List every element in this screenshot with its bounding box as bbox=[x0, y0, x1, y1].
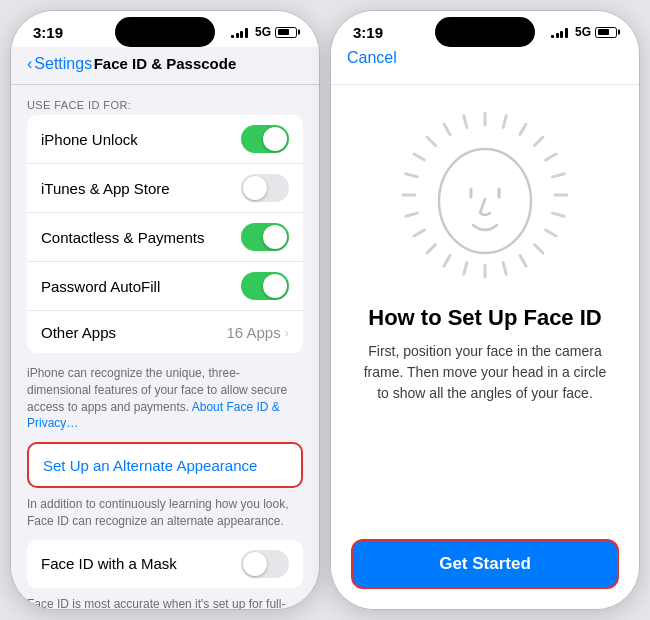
svg-line-17 bbox=[406, 213, 418, 216]
right-status-bar: 3:19 5G bbox=[331, 11, 639, 47]
signal-bar-1 bbox=[231, 35, 234, 38]
left-status-icons: 5G bbox=[231, 25, 297, 39]
alt-appearance-desc: In addition to continuously learning how… bbox=[11, 492, 319, 540]
right-status-icons: 5G bbox=[551, 25, 617, 39]
right-battery-fill bbox=[598, 29, 609, 35]
mask-label: Face ID with a Mask bbox=[41, 555, 177, 572]
back-label: Settings bbox=[34, 55, 92, 73]
other-apps-chevron: › bbox=[285, 325, 289, 340]
itunes-toggle[interactable] bbox=[241, 174, 289, 202]
get-started-button[interactable]: Get Started bbox=[351, 539, 619, 589]
get-started-label: Get Started bbox=[439, 554, 531, 574]
face-id-section-header: USE FACE ID FOR: bbox=[11, 85, 319, 115]
setup-title: How to Set Up Face ID bbox=[368, 305, 601, 331]
contactless-label: Contactless & Payments bbox=[41, 229, 204, 246]
svg-line-15 bbox=[427, 244, 435, 252]
iphone-unlock-label: iPhone Unlock bbox=[41, 131, 138, 148]
right-signal-bars bbox=[551, 26, 568, 38]
face-id-description: iPhone can recognize the unique, three-d… bbox=[11, 361, 319, 442]
signal-bar-4 bbox=[245, 28, 248, 38]
page-title: Face ID & Passcode bbox=[94, 55, 237, 72]
svg-line-21 bbox=[427, 137, 435, 145]
right-phone: 3:19 5G Cancel bbox=[330, 10, 640, 610]
itunes-label: iTunes & App Store bbox=[41, 180, 170, 197]
setup-description: First, position your face in the camera … bbox=[351, 341, 619, 404]
other-apps-value: 16 Apps › bbox=[226, 324, 289, 341]
alternate-appearance-group: Set Up an Alternate Appearance bbox=[27, 442, 303, 488]
right-nav-bar: Cancel bbox=[331, 47, 639, 85]
password-toggle[interactable] bbox=[241, 272, 289, 300]
cancel-button[interactable]: Cancel bbox=[347, 49, 397, 67]
svg-line-20 bbox=[414, 154, 424, 160]
password-autofill-row[interactable]: Password AutoFill bbox=[27, 262, 303, 311]
face-id-mask-row[interactable]: Face ID with a Mask bbox=[27, 540, 303, 588]
svg-line-14 bbox=[444, 256, 450, 266]
battery-icon-right bbox=[595, 27, 617, 38]
iphone-unlock-row[interactable]: iPhone Unlock bbox=[27, 115, 303, 164]
svg-line-2 bbox=[520, 124, 526, 134]
password-autofill-label: Password AutoFill bbox=[41, 278, 160, 295]
left-nav-bar: ‹ Settings Face ID & Passcode bbox=[11, 47, 319, 85]
svg-line-8 bbox=[546, 230, 556, 236]
right-signal-bar-2 bbox=[556, 33, 559, 38]
toggle-knob-2 bbox=[243, 176, 267, 200]
signal-type: 5G bbox=[255, 25, 271, 39]
contactless-row[interactable]: Contactless & Payments bbox=[27, 213, 303, 262]
face-id-setup-content: How to Set Up Face ID First, position yo… bbox=[331, 85, 639, 609]
svg-line-5 bbox=[553, 174, 565, 177]
battery-icon-left bbox=[275, 27, 297, 38]
right-signal-bar-4 bbox=[565, 28, 568, 38]
svg-line-7 bbox=[553, 213, 565, 216]
signal-bars bbox=[231, 26, 248, 38]
dynamic-island-right bbox=[435, 17, 535, 47]
svg-line-23 bbox=[464, 116, 467, 128]
toggle-knob-4 bbox=[263, 274, 287, 298]
svg-line-22 bbox=[444, 124, 450, 134]
other-apps-row[interactable]: Other Apps 16 Apps › bbox=[27, 311, 303, 353]
toggle-knob-3 bbox=[263, 225, 287, 249]
other-apps-label: Other Apps bbox=[41, 324, 116, 341]
other-apps-count: 16 Apps bbox=[226, 324, 280, 341]
battery-fill bbox=[278, 29, 289, 35]
signal-bar-3 bbox=[240, 31, 243, 38]
mask-toggle-knob bbox=[243, 552, 267, 576]
left-time: 3:19 bbox=[33, 24, 63, 41]
contactless-toggle[interactable] bbox=[241, 223, 289, 251]
face-id-toggles-group: iPhone Unlock iTunes & App Store Contact… bbox=[27, 115, 303, 353]
left-phone: 3:19 5G ‹ Settings Face ID & Passcode US… bbox=[10, 10, 320, 610]
mask-toggle[interactable] bbox=[241, 550, 289, 578]
right-time: 3:19 bbox=[353, 24, 383, 41]
itunes-row[interactable]: iTunes & App Store bbox=[27, 164, 303, 213]
face-id-svg bbox=[395, 105, 575, 285]
right-signal-type: 5G bbox=[575, 25, 591, 39]
svg-line-3 bbox=[534, 137, 542, 145]
right-signal-bar-3 bbox=[560, 31, 563, 38]
toggle-knob bbox=[263, 127, 287, 151]
iphone-unlock-toggle[interactable] bbox=[241, 125, 289, 153]
svg-line-13 bbox=[464, 263, 467, 275]
mask-desc: Face ID is most accurate when it's set u… bbox=[11, 592, 319, 609]
right-signal-bar-1 bbox=[551, 35, 554, 38]
back-chevron: ‹ bbox=[27, 55, 32, 73]
svg-line-4 bbox=[546, 154, 556, 160]
svg-line-10 bbox=[520, 256, 526, 266]
signal-bar-2 bbox=[236, 33, 239, 38]
face-id-animation bbox=[395, 105, 575, 285]
mask-group: Face ID with a Mask bbox=[27, 540, 303, 588]
left-status-bar: 3:19 5G bbox=[11, 11, 319, 47]
alternate-appearance-row[interactable]: Set Up an Alternate Appearance bbox=[29, 444, 301, 486]
left-screen-content: USE FACE ID FOR: iPhone Unlock iTunes & … bbox=[11, 85, 319, 609]
svg-line-9 bbox=[534, 244, 542, 252]
svg-line-16 bbox=[414, 230, 424, 236]
alternate-appearance-label: Set Up an Alternate Appearance bbox=[43, 457, 257, 474]
dynamic-island-left bbox=[115, 17, 215, 47]
svg-line-11 bbox=[503, 263, 506, 275]
back-button[interactable]: ‹ Settings bbox=[27, 55, 92, 73]
svg-line-1 bbox=[503, 116, 506, 128]
svg-line-19 bbox=[406, 174, 418, 177]
